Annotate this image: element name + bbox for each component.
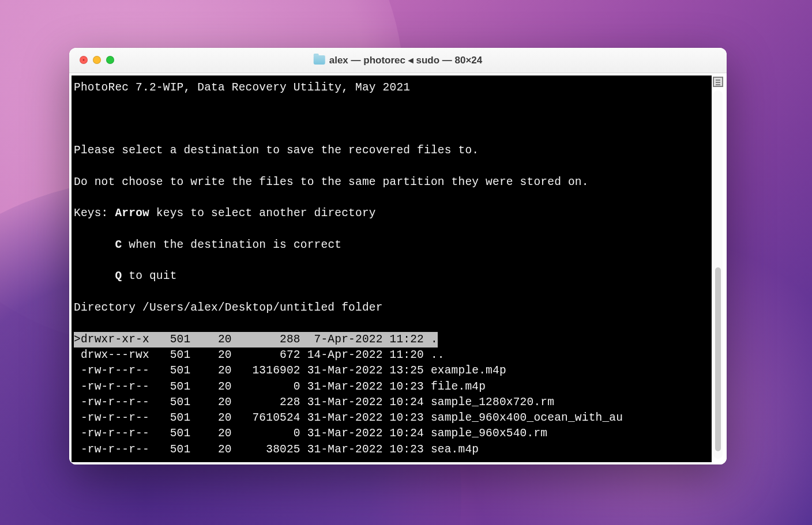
file-row[interactable]: -rw-r--r-- 501 20 1316902 31-Mar-2022 13… <box>74 363 712 379</box>
traffic-lights <box>80 56 114 64</box>
prompt-line-1: Please select a destination to save the … <box>74 143 712 158</box>
c-key-desc: when the destination is correct <box>122 239 341 251</box>
file-row[interactable]: -rw-r--r-- 501 20 0 31-Mar-2022 10:23 fi… <box>74 379 712 395</box>
terminal-window: alex — photorec ◂ sudo — 80×24 PhotoRec … <box>69 48 727 464</box>
arrow-key-desc: keys to select another directory <box>149 207 376 220</box>
menu-icon[interactable] <box>713 77 723 87</box>
file-row[interactable]: -rw-r--r-- 501 20 7610524 31-Mar-2022 10… <box>74 410 712 426</box>
terminal-output[interactable]: PhotoRec 7.2-WIP, Data Recovery Utility,… <box>72 75 712 462</box>
file-row[interactable]: >drwxr-xr-x 501 20 288 7-Apr-2022 11:22 … <box>74 332 438 348</box>
keys-indent <box>74 270 115 282</box>
titlebar[interactable]: alex — photorec ◂ sudo — 80×24 <box>69 48 727 73</box>
keys-indent <box>74 239 115 251</box>
window-title: alex — photorec ◂ sudo — 80×24 <box>329 54 483 66</box>
keys-line-arrow: Keys: Arrow keys to select another direc… <box>74 206 712 221</box>
file-row[interactable]: -rw-r--r-- 501 20 38025 31-Mar-2022 10:2… <box>74 442 712 458</box>
maximize-button[interactable] <box>106 56 114 64</box>
file-row[interactable]: -rw-r--r-- 501 20 228 31-Mar-2022 10:24 … <box>74 395 712 410</box>
prompt-line-2: Do not choose to write the files to the … <box>74 175 712 190</box>
minimize-button[interactable] <box>93 56 101 64</box>
file-listing[interactable]: >drwxr-xr-x 501 20 288 7-Apr-2022 11:22 … <box>74 332 712 458</box>
file-row[interactable]: -rw-r--r-- 501 20 0 31-Mar-2022 10:24 sa… <box>74 426 712 441</box>
scroll-track[interactable] <box>713 90 723 459</box>
keys-line-q: Q to quit <box>74 269 712 284</box>
blank-line <box>74 111 712 127</box>
q-key: Q <box>115 270 122 282</box>
directory-line: Directory /Users/alex/Desktop/untitled f… <box>74 300 712 316</box>
keys-label: Keys: <box>74 207 115 220</box>
window-title-wrap: alex — photorec ◂ sudo — 80×24 <box>314 54 483 66</box>
scroll-thumb[interactable] <box>715 267 721 452</box>
file-row[interactable]: drwx---rwx 501 20 672 14-Apr-2022 11:20 … <box>74 348 712 363</box>
folder-icon <box>314 55 325 65</box>
arrow-key: Arrow <box>115 207 149 220</box>
close-button[interactable] <box>80 56 88 64</box>
content-area: PhotoRec 7.2-WIP, Data Recovery Utility,… <box>69 73 727 464</box>
header-line: PhotoRec 7.2-WIP, Data Recovery Utility,… <box>74 80 712 96</box>
c-key: C <box>115 239 122 251</box>
scrollbar-region <box>712 75 724 462</box>
q-key-desc: to quit <box>122 270 176 282</box>
keys-line-c: C when the destination is correct <box>74 237 712 253</box>
